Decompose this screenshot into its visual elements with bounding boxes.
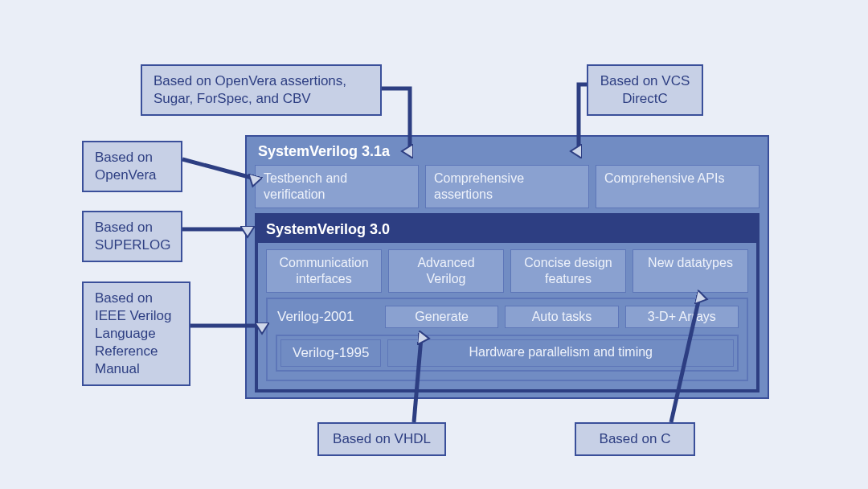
feature-comm-interfaces: Communication interfaces	[266, 249, 382, 293]
verilog-2001-box: Verilog-2001 Generate Auto tasks 3-D+ Ar…	[266, 298, 748, 381]
callout-vcs-directc: Based on VCS DirectC	[587, 64, 703, 116]
callout-ieee-verilog: Based on IEEE Verilog Language Reference…	[82, 281, 190, 386]
callout-c: Based on C	[575, 422, 695, 456]
feature-advanced-verilog: Advanced Verilog	[388, 249, 504, 293]
sv31a-title: SystemVerilog 3.1a	[255, 142, 760, 165]
feature-apis: Comprehensive APIs	[596, 165, 760, 208]
sv30-title: SystemVerilog 3.0	[258, 216, 756, 243]
sv30-features: Communication interfaces Advanced Verilo…	[266, 249, 748, 293]
feature-new-datatypes: New datatypes	[633, 249, 748, 293]
feature-assertions: Comprehensive assertions	[425, 165, 589, 208]
feature-concise-design: Concise design features	[510, 249, 626, 293]
v2001-title: Verilog-2001	[276, 306, 379, 328]
v1995-desc: Hardware parallelism and timing	[387, 339, 734, 367]
systemverilog-31a-box: SystemVerilog 3.1a Testbench and verific…	[245, 135, 769, 399]
callout-superlog: Based on SUPERLOG	[82, 211, 182, 262]
feature-testbench: Testbench and verification	[255, 165, 419, 208]
tag-auto-tasks: Auto tasks	[505, 306, 618, 328]
callout-vhdl: Based on VHDL	[317, 422, 446, 456]
callout-openvera: Based on OpenVera	[82, 141, 182, 192]
verilog-1995-box: Verilog-1995 Hardware parallelism and ti…	[276, 335, 739, 372]
sv31a-features: Testbench and verification Comprehensive…	[255, 165, 760, 208]
v1995-title: Verilog-1995	[280, 339, 381, 367]
tag-generate: Generate	[385, 306, 498, 328]
systemverilog-30-box: SystemVerilog 3.0 Communication interfac…	[255, 213, 760, 392]
callout-openvera-assertions: Based on OpenVera assertions, Sugar, For…	[141, 64, 382, 116]
tag-3d-arrays: 3-D+ Arrays	[625, 306, 739, 328]
